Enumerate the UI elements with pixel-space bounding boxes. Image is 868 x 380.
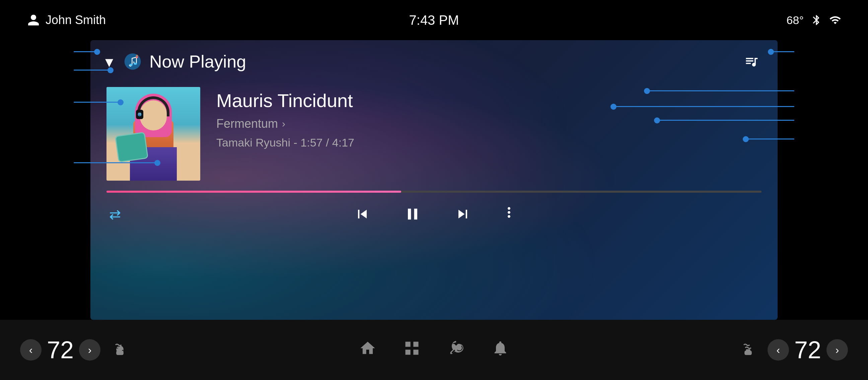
slider-line-5[interactable]: [771, 51, 794, 52]
slider-dot-2[interactable]: [107, 67, 114, 73]
header-left: ▾ Now Playing: [102, 49, 246, 74]
next-button[interactable]: [452, 203, 474, 226]
slider-dot-9[interactable]: [743, 136, 749, 142]
slider-line-2[interactable]: [74, 70, 111, 71]
repeat-button[interactable]: ⇄: [106, 203, 124, 225]
slider-line-3[interactable]: [74, 102, 121, 103]
previous-button[interactable]: [351, 203, 374, 226]
bottom-bar: ‹ 72 ›: [0, 320, 868, 380]
queue-button[interactable]: [741, 51, 762, 72]
svg-point-3: [136, 56, 138, 59]
slider-line-4[interactable]: [74, 162, 157, 163]
left-seat-heat[interactable]: [111, 341, 129, 359]
left-temp-control: ‹ 72 ›: [20, 336, 129, 364]
svg-rect-7: [746, 349, 750, 352]
slider-line-9[interactable]: [746, 138, 794, 139]
svg-rect-5: [118, 349, 122, 352]
music-app-icon: [124, 53, 141, 70]
status-time: 7:43 PM: [409, 13, 459, 28]
track-album[interactable]: Fermentum ›: [216, 117, 762, 131]
main-card: ▾ Now Playing: [90, 40, 778, 320]
temperature-display: 68°: [786, 14, 804, 27]
signal-icon: [829, 14, 841, 26]
right-temp-value: 72: [794, 336, 821, 364]
fan-button[interactable]: [447, 340, 465, 360]
svg-point-0: [125, 54, 141, 70]
right-temp-control: ‹ 72 ›: [739, 336, 848, 364]
nav-icons: [359, 340, 509, 360]
slider-line-6[interactable]: [647, 90, 794, 91]
left-temp-value: 72: [47, 336, 74, 364]
user-name: John Smith: [45, 13, 106, 27]
user-info: John Smith: [27, 13, 106, 27]
right-temp-increase[interactable]: ›: [827, 339, 848, 360]
slider-dot-7[interactable]: [611, 104, 617, 110]
user-icon: [27, 13, 40, 27]
slider-dot-8[interactable]: [654, 117, 660, 124]
right-temp-decrease[interactable]: ‹: [768, 339, 789, 360]
status-icons: 68°: [786, 14, 841, 27]
controls-center: [351, 202, 517, 226]
slider-line-8[interactable]: [657, 120, 794, 121]
right-seat-heat[interactable]: [739, 341, 757, 359]
playback-controls: ⇄: [90, 193, 778, 233]
slider-line-1[interactable]: [74, 51, 97, 52]
card-header: ▾ Now Playing: [90, 40, 778, 80]
now-playing-title: Now Playing: [149, 51, 246, 72]
slider-dot-3[interactable]: [118, 99, 124, 105]
album-chevron: ›: [282, 118, 285, 130]
left-temp-decrease[interactable]: ‹: [20, 339, 41, 360]
slider-line-7[interactable]: [614, 106, 794, 107]
slider-dot-6[interactable]: [644, 88, 650, 94]
track-info: Mauris Tincidunt Fermentum › Tamaki Ryus…: [216, 87, 762, 149]
track-title: Mauris Tincidunt: [216, 90, 762, 111]
slider-dot-1[interactable]: [94, 49, 100, 55]
progress-container[interactable]: [90, 181, 778, 193]
controls-left: ⇄: [106, 203, 124, 225]
more-options-button[interactable]: [501, 204, 517, 224]
grid-button[interactable]: [403, 340, 421, 360]
bluetooth-icon: [810, 14, 823, 26]
svg-point-2: [134, 63, 137, 65]
card-content: H Mauris Tincidunt Fermentum › Tamaki Ry…: [90, 80, 778, 181]
status-bar: John Smith 7:43 PM 68°: [0, 0, 868, 40]
track-artist-time: Tamaki Ryushi - 1:57 / 4:17: [216, 136, 762, 149]
slider-dot-5[interactable]: [768, 49, 774, 55]
svg-point-1: [129, 64, 133, 66]
slider-dot-4[interactable]: [154, 160, 160, 166]
bell-button[interactable]: [492, 340, 509, 360]
pause-button[interactable]: [401, 202, 425, 226]
header-right: [741, 51, 762, 72]
home-button[interactable]: [359, 340, 376, 360]
left-temp-increase[interactable]: ›: [79, 339, 100, 360]
